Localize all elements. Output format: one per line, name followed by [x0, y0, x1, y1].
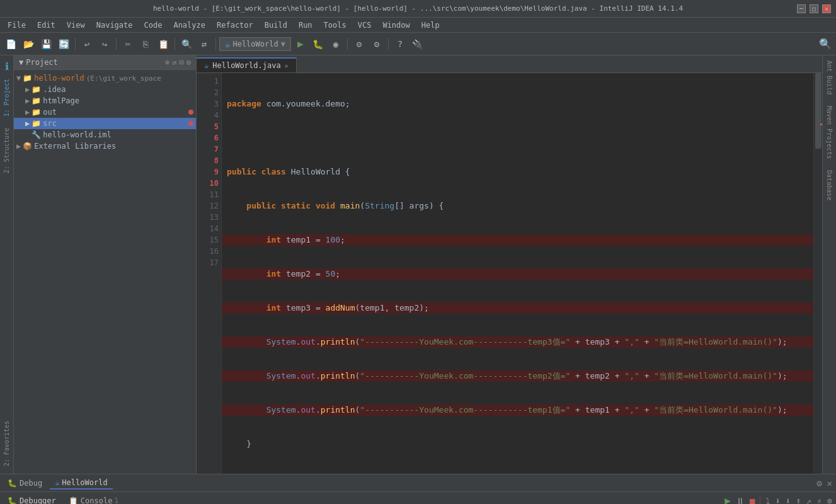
code-area[interactable]: package com.youmeek.demo; public class H… — [222, 73, 813, 474]
menu-build[interactable]: Build — [260, 20, 292, 31]
structure-tab-label-wrapper: 2: Structure — [2, 125, 11, 176]
debug-run-button[interactable]: 🐛 — [310, 36, 326, 52]
project-action-sync[interactable]: ⇄ — [172, 58, 176, 67]
project-tab-label[interactable]: 1: Project — [2, 76, 11, 119]
toolbar-paste-btn[interactable]: 📋 — [155, 36, 171, 52]
toolbar-sdk-btn[interactable]: ⚙ — [351, 36, 367, 52]
toolbar-find-btn[interactable]: 🔍 — [178, 36, 195, 52]
line-num-5: 5 — [197, 121, 219, 132]
editor-area: ☕ HelloWorld.java ✕ 1 2 3 4 5 6 — [197, 55, 822, 474]
project-dropdown-icon[interactable]: ▼ — [19, 58, 23, 67]
code-line-12 — [227, 472, 808, 474]
line-num-3: 3 — [197, 98, 219, 110]
maven-projects-tab[interactable]: Maven Projects — [825, 101, 834, 164]
toolbar-sync-btn[interactable]: 🔄 — [55, 36, 72, 52]
tree-item-idea[interactable]: ▶ 📁 .idea — [14, 84, 196, 95]
toolbar-help-btn[interactable]: ? — [392, 36, 408, 52]
editor-content[interactable]: 1 2 3 4 5 6 7 8 — [197, 73, 822, 474]
close-button[interactable]: ✕ — [822, 4, 831, 13]
editor-tab-helloworld[interactable]: ☕ HelloWorld.java ✕ — [197, 57, 297, 72]
resume-button[interactable]: ▶ — [723, 493, 732, 504]
menu-refactor[interactable]: Refactor — [212, 20, 258, 31]
debug-action-btns: ⚙ ✕ — [815, 477, 833, 490]
toolbar-cut-btn[interactable]: ✂ — [120, 36, 136, 52]
run-button[interactable]: ▶ — [292, 36, 309, 52]
scroll-thumb[interactable] — [815, 73, 822, 149]
debug-tab-label: Debug — [20, 479, 42, 488]
tree-item-root[interactable]: ▼ 📁 hello-world (E:\git_work_space — [14, 72, 196, 84]
tree-item-htmlpage[interactable]: ▶ 📁 htmlPage — [14, 95, 196, 106]
menu-view[interactable]: View — [62, 20, 90, 31]
ant-build-tab[interactable]: Ant Build — [825, 55, 834, 100]
debug-session-tabs: 🐛 Debug ☕ HelloWorld — [3, 477, 113, 490]
step-into-btn[interactable]: ⬇ — [774, 495, 781, 505]
tree-item-iml[interactable]: ▶ 🔧 hello-world.iml — [14, 129, 196, 140]
menu-edit[interactable]: Edit — [32, 20, 60, 31]
debug-close-icon[interactable]: ✕ — [826, 477, 833, 490]
toolbar-replace-btn[interactable]: ⇄ — [196, 36, 212, 52]
pause-button[interactable]: ⏸ — [735, 495, 746, 505]
project-action-add[interactable]: ⊕ — [165, 58, 169, 67]
toolbar-sep-4 — [215, 38, 216, 50]
menu-code[interactable]: Code — [139, 20, 168, 31]
debugger-tab[interactable]: 🐛 Debugger — [3, 495, 61, 505]
run-with-coverage-btn[interactable]: ◉ — [328, 36, 344, 52]
evaluate-expr-btn[interactable]: ⚡ — [815, 495, 823, 505]
menu-navigate[interactable]: Navigate — [91, 20, 138, 31]
debug-session-tab-debug[interactable]: 🐛 Debug — [3, 478, 47, 489]
toolbar-sep-3 — [175, 38, 175, 50]
run-to-cursor-btn[interactable]: ↗ — [805, 495, 813, 505]
menu-analyze[interactable]: Analyze — [168, 20, 210, 31]
toolbar-redo-btn[interactable]: ↪ — [96, 36, 113, 52]
toolbar-settings-btn[interactable]: ⚙ — [369, 36, 385, 52]
menu-help[interactable]: Help — [416, 20, 445, 31]
project-action-settings[interactable]: ⚙ — [186, 58, 191, 67]
code-line-2 — [227, 132, 808, 144]
toolbar-search-everywhere[interactable]: 🔍 — [817, 36, 833, 52]
project-panel-title: ▼ Project — [19, 58, 58, 67]
toolbar-copy-btn[interactable]: ⎘ — [137, 36, 154, 52]
menu-window[interactable]: Window — [377, 20, 415, 31]
console-tab[interactable]: 📋 Console ⤵ — [64, 495, 124, 505]
line-num-15: 15 — [197, 234, 219, 246]
step-out-btn[interactable]: ⬆ — [794, 495, 802, 505]
code-line-5: int temp1 = 100; — [222, 234, 813, 246]
stop-button[interactable]: ■ — [748, 495, 756, 505]
run-config-selector[interactable]: ☕ HelloWorld ▼ — [219, 37, 291, 51]
project-action-collapse[interactable]: ⊟ — [180, 58, 184, 67]
minimize-button[interactable]: ─ — [797, 4, 806, 13]
line-num-17: 17 — [197, 257, 219, 268]
debug-settings-icon[interactable]: ⚙ — [815, 477, 823, 490]
menu-tools[interactable]: Tools — [319, 20, 352, 31]
favorites-tab-label[interactable]: 2: Favorites — [2, 418, 11, 469]
toolbar-open-btn[interactable]: 📂 — [20, 36, 37, 52]
debugger-icon: 🐛 — [8, 496, 17, 505]
menu-run[interactable]: Run — [294, 20, 318, 31]
tree-item-out[interactable]: ▶ 📁 out — [14, 106, 196, 118]
step-over-btn[interactable]: ⤵ — [764, 495, 771, 505]
toolbar-save-btn[interactable]: 💾 — [38, 36, 54, 52]
structure-tab-label[interactable]: 2: Structure — [2, 125, 11, 176]
toolbar-undo-btn[interactable]: ↩ — [79, 36, 95, 52]
toolbar-sep-6 — [388, 38, 389, 50]
tree-item-external-libs[interactable]: ▶ 📦 External Libraries — [14, 140, 196, 152]
right-panel-tabs: Ant Build Maven Projects Database — [822, 55, 836, 474]
line-num-8: 8 — [197, 155, 219, 166]
line-num-9: 9 — [197, 166, 219, 178]
stop-all-btn[interactable]: ⊗ — [826, 495, 833, 505]
tab-close-icon[interactable]: ✕ — [285, 62, 289, 69]
menu-file[interactable]: File — [3, 20, 31, 31]
toolbar-plugins-btn[interactable]: 🔌 — [409, 36, 426, 52]
toolbar-new-btn[interactable]: 📄 — [3, 36, 19, 52]
maximize-button[interactable]: □ — [810, 4, 818, 13]
intellij-icon[interactable]: ℹ — [3, 58, 11, 75]
debug-session-tab-helloworld[interactable]: ☕ HelloWorld — [50, 477, 112, 490]
tree-item-src[interactable]: ▶ 📁 src — [14, 118, 196, 129]
editor-scrollbar[interactable] — [813, 73, 822, 474]
menu-vcs[interactable]: VCS — [353, 20, 377, 31]
menu-bar: File Edit View Navigate Code Analyze Ref… — [0, 18, 836, 33]
code-line-8: System.out.println("-----------YouMeek.c… — [222, 336, 813, 348]
debug-tabs-bar: 🐛 Debug ☕ HelloWorld ⚙ ✕ — [0, 474, 836, 492]
force-step-into-btn[interactable]: ⬇ — [784, 495, 792, 505]
database-tab[interactable]: Database — [825, 165, 834, 205]
